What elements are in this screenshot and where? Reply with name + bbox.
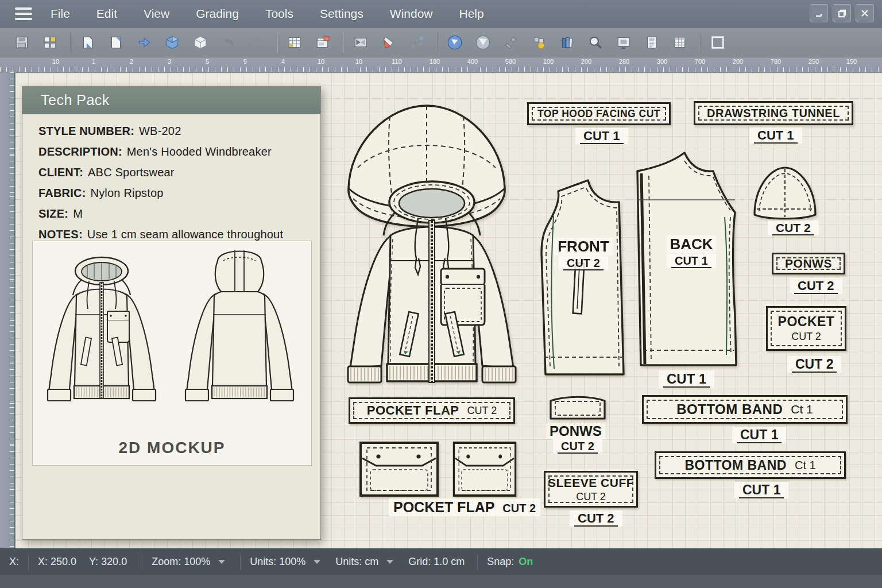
pocket-flap-shape-2[interactable] [452, 441, 517, 497]
cube-3d-icon[interactable] [190, 32, 211, 53]
drawstring-tunnel-label: DRAWSTRING TUNNEL [707, 107, 840, 120]
ponws-box-cut: CUT 2 [790, 278, 842, 294]
menu-item[interactable]: Help [459, 7, 484, 21]
tech-pack-field: CLIENT:ABC Sportswear [38, 166, 320, 179]
window-badge-icon[interactable] [312, 32, 333, 53]
table-icon[interactable] [284, 32, 305, 53]
ruler-number: 5 [188, 58, 226, 65]
units-percent-dropdown[interactable]: Units: 100% [250, 556, 320, 568]
layout-panes-icon[interactable] [40, 32, 60, 53]
back-piece-cut-below: CUT 1 [659, 370, 714, 388]
sleeve-cuff-piece[interactable]: SLEEVE CUFF CUT 2 [544, 471, 638, 508]
pen-tool-icon[interactable] [378, 32, 399, 53]
snap-toggle[interactable]: Snap: On [487, 556, 533, 568]
cube-blue-icon[interactable] [162, 32, 183, 53]
menu-bar: FileEditViewGradingToolsSettingsWindowHe… [0, 0, 882, 28]
sphere-icon[interactable] [444, 32, 465, 53]
open-file-icon[interactable] [106, 32, 126, 53]
pocket-flap-strip-cut: CUT 2 [467, 405, 497, 417]
menu-item[interactable]: File [51, 7, 70, 21]
tech-pack-header[interactable]: Tech Pack [22, 87, 320, 114]
mockup-card: 2D MOCKUP [32, 241, 312, 466]
front-pattern-piece[interactable]: FRONT CUT 2 [539, 164, 628, 378]
small-hood-piece[interactable] [750, 162, 820, 222]
horizontal-ruler: 1012355410101101804005801002002803007002… [0, 57, 882, 72]
menu-item[interactable]: Window [390, 7, 433, 21]
ruler-number: 700 [681, 58, 719, 65]
new-file-icon[interactable] [78, 32, 98, 53]
ponws-small-piece[interactable] [548, 393, 607, 421]
ruler-number: 200 [567, 58, 605, 65]
books-icon[interactable] [557, 32, 578, 53]
bottom-band-2-cut: CUT 1 [734, 482, 788, 498]
ruler-number: 580 [492, 58, 529, 65]
ruler-number: 3 [150, 58, 188, 65]
sleeve-cuff-cut-inside: CUT 2 [576, 491, 606, 503]
spreadsheet-icon[interactable] [670, 32, 690, 53]
pocket-flap-shape-1[interactable] [359, 441, 439, 497]
flip-view-icon[interactable] [350, 32, 371, 53]
top-hood-facing-label: TOP HOOD FACING CUT [537, 108, 660, 120]
tech-pack-field: DESCRIPTION:Men's Hooded Windbreaker [38, 145, 320, 158]
ponws-piece-label: PONWS [546, 423, 605, 439]
units-dropdown[interactable]: Units: cm [335, 556, 393, 568]
screen-icon[interactable] [613, 32, 634, 53]
menu-item[interactable]: View [144, 7, 169, 21]
pocket-flap-caption: POCKET FLAP CUT 2 [389, 498, 540, 516]
ruler-number: 180 [416, 58, 454, 65]
menu-item[interactable]: Grading [196, 7, 239, 21]
bottom-band-1-cut: CUT 1 [732, 427, 786, 443]
sleeve-cuff-cut: CUT 2 [570, 510, 622, 527]
bottom-band-piece-2[interactable]: BOTTOM BAND Ct 1 [655, 451, 846, 479]
ruler-number: 2 [113, 58, 150, 65]
grid-setting: Grid: 1.0 cm [408, 556, 465, 568]
document-icon[interactable] [641, 32, 662, 53]
drawstring-tunnel-piece[interactable]: DRAWSTRING TUNNEL [694, 101, 853, 125]
nodes-graph-icon[interactable] [407, 32, 427, 53]
redo-icon[interactable] [246, 32, 267, 53]
window-bottom-strip [0, 575, 882, 588]
chevron-down-icon [218, 560, 225, 564]
toolbar [0, 28, 882, 57]
hamburger-menu-icon[interactable] [15, 7, 32, 20]
ruler-number: 5 [226, 58, 264, 65]
arrow-next-icon[interactable] [134, 32, 154, 53]
ruler-number: 110 [378, 58, 416, 65]
blank-frame-icon[interactable] [707, 32, 728, 53]
tech-pack-field: FABRIC:Nylon Ripstop [38, 187, 320, 200]
vertical-ruler: 6925551011121314 [0, 72, 15, 548]
zoom-icon[interactable] [585, 32, 606, 53]
mockup-drawing [33, 241, 311, 431]
undo-icon[interactable] [218, 32, 239, 53]
ruler-number: 10 [340, 58, 378, 65]
jacket-front-sketch[interactable] [328, 162, 535, 394]
status-x-prefix: X: [9, 556, 19, 568]
zoom-dropdown[interactable]: Zoom: 100% [152, 556, 225, 568]
globe-icon[interactable] [473, 32, 493, 53]
menu-item[interactable]: Tools [265, 7, 293, 21]
panel-title: Tech Pack [41, 92, 110, 109]
tech-pack-fields: STYLE NUMBER:WB-202 DESCRIPTION:Men's Ho… [22, 114, 320, 241]
pocket-flap-strip-piece[interactable]: POCKET FLAP CUT 2 [349, 397, 515, 424]
pocket-piece[interactable]: POCKET CUT 2 [766, 306, 846, 351]
ruler-number: 400 [454, 58, 492, 65]
restore-button[interactable] [833, 4, 851, 22]
ponws-label-piece[interactable]: PONWS [772, 253, 845, 274]
puzzle-icon[interactable] [529, 32, 550, 53]
front-piece-label: FRONT [554, 238, 613, 256]
menu-item[interactable]: Edit [96, 7, 117, 21]
bottom-band-piece-1[interactable]: BOTTOM BAND Ct 1 [642, 395, 848, 424]
back-pattern-piece[interactable]: BACK CUT 1 [629, 148, 744, 369]
minimize-button[interactable] [810, 4, 828, 22]
ruler-number: 150 [833, 58, 871, 65]
pocket-cut-below: CUT 2 [787, 356, 841, 373]
pin-tool-icon[interactable] [501, 32, 521, 53]
menu-item[interactable]: Settings [320, 7, 363, 21]
sleeve-cuff-label: SLEEVE CUFF [548, 476, 634, 490]
top-hood-facing-piece[interactable]: TOP HOOD FACING CUT [527, 102, 671, 125]
mockup-caption: 2D MOCKUP [33, 439, 311, 457]
save-icon[interactable] [11, 32, 32, 53]
close-button[interactable] [856, 4, 874, 22]
drawstring-tunnel-cut: CUT 1 [749, 127, 802, 144]
ruler-number: 300 [643, 58, 681, 65]
